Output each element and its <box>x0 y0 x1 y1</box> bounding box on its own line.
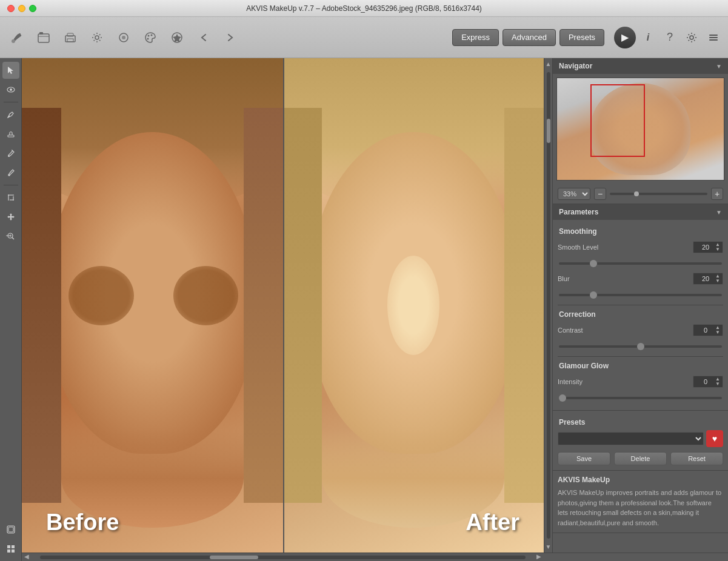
parameters-section: Parameters ▼ Smoothing Smooth Level 20 ▲ <box>553 204 728 411</box>
open-file-icon[interactable] <box>32 25 56 50</box>
makeup-icon[interactable] <box>112 25 136 50</box>
glamour-glow-title: Glamour Glow <box>558 359 723 374</box>
navigator-header[interactable]: Navigator ▼ <box>553 58 728 74</box>
stamp-tool[interactable] <box>2 125 19 142</box>
reset-preset-button[interactable]: Reset <box>670 452 723 465</box>
contrast-stepper[interactable]: ▲ ▼ <box>715 325 720 335</box>
zoom-in-button[interactable]: + <box>711 188 723 200</box>
info-icon[interactable]: i <box>638 28 658 47</box>
blur-row: Blur 20 ▲ ▼ <box>558 271 723 287</box>
navigator-preview <box>553 74 728 184</box>
zoom-slider-thumb[interactable] <box>634 191 639 196</box>
svg-point-21 <box>8 155 10 157</box>
intensity-down[interactable]: ▼ <box>715 382 720 387</box>
scroll-left-arrow[interactable]: ◀ <box>22 553 32 561</box>
canvas-area: Before After <box>22 58 544 553</box>
color-icon[interactable] <box>138 25 162 50</box>
svg-point-6 <box>95 36 99 39</box>
nav-viewport-box <box>590 84 645 157</box>
presets-section: Presets ♥ Save Delete Reset <box>553 411 728 471</box>
close-button[interactable] <box>7 5 15 12</box>
forward-icon[interactable] <box>218 25 242 50</box>
smooth-level-stepper[interactable]: ▲ ▼ <box>715 242 720 252</box>
svg-rect-2 <box>39 32 43 35</box>
svg-line-28 <box>12 237 14 239</box>
contrast-down[interactable]: ▼ <box>715 330 720 335</box>
print-icon[interactable] <box>58 25 82 50</box>
blur-label: Blur <box>558 275 689 282</box>
correction-title: Correction <box>558 308 723 322</box>
scroll-up-arrow[interactable]: ▲ <box>546 58 552 70</box>
intensity-value: 0 <box>696 378 715 385</box>
select-tool[interactable] <box>2 62 19 79</box>
blur-down[interactable]: ▼ <box>715 279 720 284</box>
scroll-thumb[interactable] <box>547 119 550 143</box>
menu-icon[interactable] <box>704 28 723 47</box>
back-icon[interactable] <box>192 25 216 50</box>
svg-rect-14 <box>709 35 718 36</box>
minimize-button[interactable] <box>18 5 25 12</box>
bottom-tool-2[interactable] <box>2 540 19 557</box>
eye-tool[interactable] <box>2 81 19 98</box>
express-button[interactable]: Express <box>452 29 499 46</box>
pen-tool[interactable] <box>2 106 19 123</box>
parameters-collapse-icon: ▼ <box>716 209 722 216</box>
smooth-level-down[interactable]: ▼ <box>715 247 720 252</box>
settings-icon[interactable] <box>85 25 109 50</box>
save-preset-button[interactable]: Save <box>558 452 610 465</box>
blur-stepper[interactable]: ▲ ▼ <box>715 274 720 284</box>
advanced-button[interactable]: Advanced <box>503 29 556 46</box>
adjust-icon[interactable] <box>165 25 189 50</box>
canvas-container[interactable]: Before After <box>22 58 544 553</box>
bottom-tool-1[interactable] <box>2 521 19 538</box>
svg-point-13 <box>690 36 693 39</box>
presets-button[interactable]: Presets <box>559 29 604 46</box>
intensity-stepper[interactable]: ▲ ▼ <box>715 377 720 387</box>
scroll-right-arrow[interactable]: ▶ <box>534 553 544 561</box>
zoom-out-button[interactable]: − <box>594 188 606 200</box>
help-icon[interactable]: ? <box>660 28 680 47</box>
intensity-label: Intensity <box>558 378 689 385</box>
scroll-down-arrow[interactable]: ▼ <box>546 541 552 553</box>
run-button[interactable]: ▶ <box>614 27 636 48</box>
hscroll-thumb[interactable] <box>210 556 258 559</box>
navigator-title: Navigator <box>559 62 592 70</box>
intensity-control: 0 ▲ ▼ <box>693 376 723 388</box>
intensity-slider[interactable] <box>559 397 722 399</box>
preferences-icon[interactable] <box>682 28 701 47</box>
blur-value: 20 <box>696 275 715 282</box>
smooth-level-label: Smooth Level <box>558 244 689 251</box>
presets-dropdown[interactable] <box>558 432 704 445</box>
crop-tool[interactable] <box>2 189 19 206</box>
hscroll-track[interactable] <box>40 556 526 559</box>
brush-tool-icon[interactable] <box>5 25 29 50</box>
right-panel: Navigator ▼ <box>552 58 728 553</box>
svg-rect-16 <box>709 39 718 41</box>
toolbar: Express Advanced Presets ▶ i ? <box>0 17 728 58</box>
zoom-tool[interactable] <box>2 228 19 245</box>
paint-tool[interactable] <box>2 164 19 181</box>
scroll-track[interactable] <box>547 72 550 539</box>
svg-point-11 <box>147 38 149 39</box>
delete-preset-button[interactable]: Delete <box>614 452 667 465</box>
info-area: AKVIS MakeUp AKVIS MakeUp improves portr… <box>553 471 728 533</box>
move-tool[interactable] <box>2 208 19 225</box>
horizontal-scrollbar: ◀ ▶ <box>22 553 728 561</box>
presets-title: Presets <box>558 416 723 430</box>
contrast-slider[interactable] <box>559 345 722 348</box>
smoothing-section: Smoothing Smooth Level 20 ▲ ▼ <box>553 220 728 410</box>
intensity-row: Intensity 0 ▲ ▼ <box>558 374 723 390</box>
parameters-header[interactable]: Parameters ▼ <box>553 204 728 220</box>
before-label: Before <box>46 510 119 536</box>
zoom-select[interactable]: 33% 25% 50% 75% 100% <box>558 188 590 200</box>
maximize-button[interactable] <box>29 5 36 12</box>
smooth-level-slider[interactable] <box>559 262 722 265</box>
blur-slider[interactable] <box>559 294 722 296</box>
info-section: AKVIS MakeUp AKVIS MakeUp improves portr… <box>553 471 728 533</box>
dropper-tool[interactable] <box>2 145 19 162</box>
after-label: After <box>466 510 519 536</box>
presets-input-row: ♥ <box>558 430 723 447</box>
favorite-button[interactable]: ♥ <box>706 430 723 447</box>
info-title: AKVIS MakeUp <box>558 476 723 484</box>
smooth-level-control: 20 ▲ ▼ <box>693 241 723 253</box>
